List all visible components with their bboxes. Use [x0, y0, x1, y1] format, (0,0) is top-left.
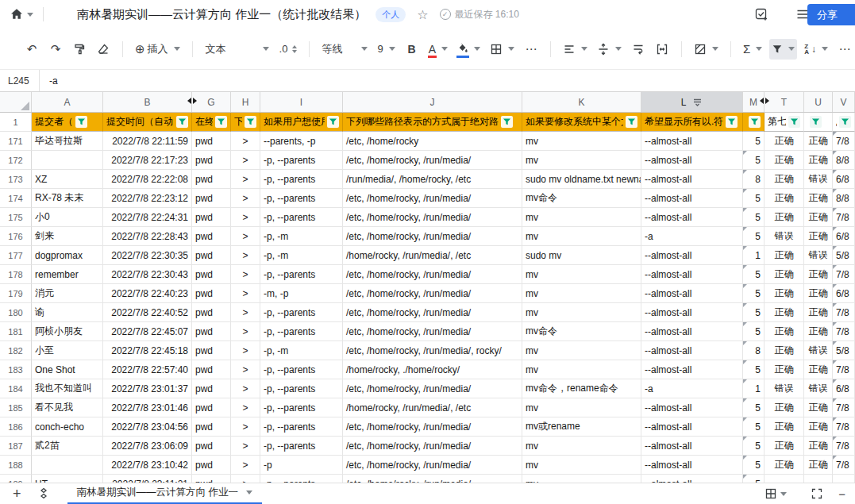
sum-button[interactable]: Σ	[741, 39, 764, 60]
cell-I174[interactable]: -p, --parents	[260, 189, 343, 208]
cell-M181[interactable]: 5	[743, 322, 764, 341]
header-cell-K[interactable]: 如果要修改系统中某个文	[522, 113, 641, 132]
cell-J178[interactable]: /etc, /home/rocky, /run/media/	[343, 265, 522, 284]
cell-B177[interactable]: 2022/7/8 22:30:35	[103, 246, 192, 265]
cell-G185[interactable]: pwd	[192, 398, 231, 417]
cell-G187[interactable]: pwd	[192, 437, 231, 456]
cell-V188[interactable]: 7/8	[833, 456, 855, 475]
filter-icon[interactable]	[327, 116, 339, 128]
filter-icon[interactable]	[726, 116, 738, 128]
formula-input[interactable]: -a	[40, 75, 58, 87]
row-number[interactable]: 171	[0, 132, 32, 151]
cell-J188[interactable]: /etc, /home/rocky, /run/media/	[343, 456, 522, 475]
header-cell-G[interactable]: 在终	[192, 113, 231, 132]
cell-H176[interactable]: >	[231, 227, 260, 246]
merge-cells-icon[interactable]	[653, 39, 672, 60]
cell-B182[interactable]: 2022/7/8 22:45:18	[103, 341, 192, 360]
filter-icon[interactable]	[176, 116, 188, 128]
cell-U185[interactable]: 正确	[804, 398, 833, 417]
cell-I177[interactable]: -p, -m	[260, 246, 343, 265]
cell-B174[interactable]: 2022/7/8 22:23:12	[103, 189, 192, 208]
cell-M171[interactable]: 5	[743, 132, 764, 151]
cell-T183[interactable]: 正确	[764, 360, 804, 379]
filter-icon[interactable]	[788, 116, 800, 128]
cell-M178[interactable]: 5	[743, 265, 764, 284]
cell-L174[interactable]: --almost-all	[641, 189, 743, 208]
cell-H172[interactable]: >	[231, 151, 260, 170]
cell-G174[interactable]: pwd	[192, 189, 231, 208]
cell-U178[interactable]: 正确	[804, 265, 833, 284]
cell-T176[interactable]: 错误	[764, 227, 804, 246]
cell-H188[interactable]: >	[231, 456, 260, 475]
cell-B172[interactable]: 2022/7/8 22:17:23	[103, 151, 192, 170]
column-header-H[interactable]: H	[231, 92, 260, 112]
vertical-align-button[interactable]	[595, 39, 624, 60]
cell-I179[interactable]: -m, -p	[260, 284, 343, 303]
cell-G173[interactable]: pwd	[192, 170, 231, 189]
cell-I188[interactable]: -p	[260, 456, 343, 475]
cell-M179[interactable]: 5	[743, 284, 764, 303]
sort-button[interactable]: ZA ↓	[802, 39, 830, 60]
header-cell-L[interactable]: 希望显示所有以.符	[641, 113, 743, 132]
cell-T182[interactable]: 正确	[764, 341, 804, 360]
cell-I186[interactable]: -p, --parents	[260, 417, 343, 437]
grid-view-button[interactable]	[764, 487, 787, 500]
cell-T178[interactable]: 正确	[764, 265, 804, 284]
cell-M188[interactable]: 5	[743, 456, 764, 475]
header-cell-A[interactable]: 提交者（	[32, 113, 103, 132]
cell-V186[interactable]: 7/8	[833, 417, 855, 437]
cell-T179[interactable]: 正确	[764, 284, 804, 303]
cell-B183[interactable]: 2022/7/8 22:57:40	[103, 360, 192, 379]
row-number[interactable]: 1	[0, 113, 32, 132]
cell-U184[interactable]: 错误	[804, 379, 833, 398]
column-header-B[interactable]: B	[103, 92, 192, 112]
cell-I182[interactable]: -p, -m	[260, 341, 343, 360]
cell-J171[interactable]: /etc, /home/rocky	[343, 132, 522, 151]
cell-V183[interactable]: 7/8	[833, 360, 855, 379]
cell-A175[interactable]: 小0	[32, 208, 103, 227]
cell-L189[interactable]: --almost-all	[641, 475, 743, 483]
cell-K171[interactable]: mv	[522, 132, 641, 151]
cell-A184[interactable]: 我也不知道叫	[32, 379, 103, 398]
cell-L172[interactable]: --almost-all	[641, 151, 743, 170]
cell-V177[interactable]: 5/8	[833, 246, 855, 265]
cell-V173[interactable]: 6/8	[833, 170, 855, 189]
borders-button[interactable]	[487, 39, 517, 60]
row-number[interactable]: 173	[0, 170, 32, 189]
filter-icon[interactable]	[810, 116, 822, 128]
cell-T173[interactable]: 正确	[764, 170, 804, 189]
cell-K177[interactable]: sudo mv	[522, 246, 641, 265]
column-header-V[interactable]: V	[833, 92, 855, 112]
cell-I184[interactable]: -p, --parents	[260, 379, 343, 398]
cell-L183[interactable]: --almost-all	[641, 360, 743, 379]
row-number[interactable]: 176	[0, 227, 32, 246]
cell-J187[interactable]: /etc, /home/rocky, /run/media/	[343, 437, 522, 456]
header-cell-M[interactable]: 作	[743, 113, 764, 132]
cell-L185[interactable]: --almost-all	[641, 398, 743, 417]
share-button[interactable]: 分享	[807, 4, 855, 25]
column-header-A[interactable]: A	[32, 92, 103, 112]
cell-M189[interactable]: 5	[743, 475, 764, 483]
cell-M186[interactable]: 5	[743, 417, 764, 437]
row-number[interactable]: 172	[0, 151, 32, 170]
cell-U174[interactable]: 正确	[804, 189, 833, 208]
cell-B179[interactable]: 2022/7/8 22:40:23	[103, 284, 192, 303]
cell-K174[interactable]: mv命令	[522, 189, 641, 208]
cell-K183[interactable]: mv	[522, 360, 641, 379]
cell-T187[interactable]: 正确	[764, 437, 804, 456]
cell-U175[interactable]: 正确	[804, 208, 833, 227]
cell-K172[interactable]: mv	[522, 151, 641, 170]
cell-H184[interactable]: >	[231, 379, 260, 398]
row-number[interactable]: 181	[0, 322, 32, 341]
cell-J176[interactable]: /etc, /home/rocky, /run/media/	[343, 227, 522, 246]
column-header-T[interactable]: T	[764, 92, 804, 112]
cell-M184[interactable]: 1	[743, 379, 764, 398]
cell-H178[interactable]: >	[231, 265, 260, 284]
cell-G172[interactable]: pwd	[192, 151, 231, 170]
cell-J184[interactable]: /etc, /home/rocky, /run/media/	[343, 379, 522, 398]
cell-I180[interactable]: -p, --parents	[260, 303, 343, 322]
cell-K186[interactable]: mv或rename	[522, 417, 641, 437]
cell-K176[interactable]: mv	[522, 227, 641, 246]
cell-J180[interactable]: /etc, /home/rocky, /run/media/	[343, 303, 522, 322]
row-number[interactable]: 188	[0, 456, 32, 475]
